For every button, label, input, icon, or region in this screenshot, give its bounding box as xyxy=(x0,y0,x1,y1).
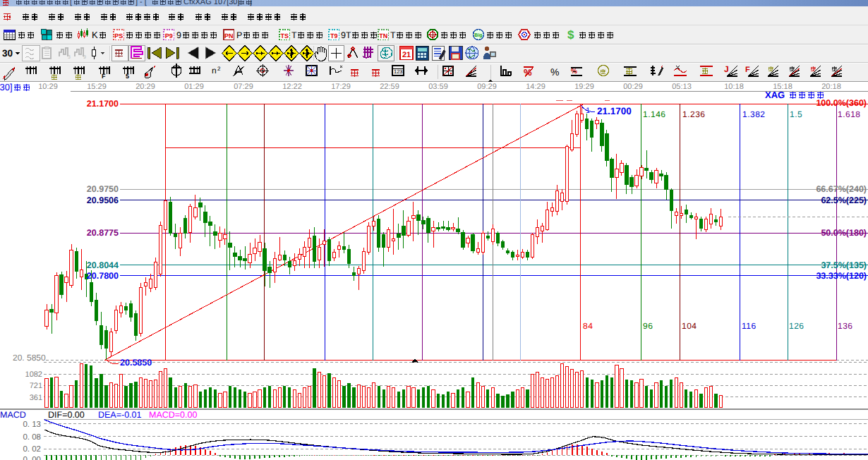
svg-text:0. 00: 0. 00 xyxy=(23,456,41,460)
svg-text:21.1700: 21.1700 xyxy=(597,106,632,116)
svg-text:96: 96 xyxy=(643,321,653,331)
svg-text:22:59: 22:59 xyxy=(380,83,399,91)
svg-text:03:59: 03:59 xyxy=(428,83,448,91)
svg-text:MACD: MACD xyxy=(0,410,26,420)
svg-text:0. 08: 0. 08 xyxy=(23,433,41,442)
svg-text:1.382: 1.382 xyxy=(742,109,766,119)
svg-text:20.7800: 20.7800 xyxy=(87,271,119,281)
svg-text:T9: T9 xyxy=(330,32,338,40)
svg-text:50.0%(180): 50.0%(180) xyxy=(821,228,867,238)
svg-text:K: K xyxy=(92,30,98,40)
svg-text:21.1700: 21.1700 xyxy=(87,99,119,109)
svg-text:30: 30 xyxy=(2,48,13,59)
svg-text:136: 136 xyxy=(838,321,853,331)
svg-text:01:29: 01:29 xyxy=(184,83,204,91)
svg-text:MACD=0.00: MACD=0.00 xyxy=(149,410,197,420)
svg-text:%: % xyxy=(550,66,559,78)
svg-text:20:29: 20:29 xyxy=(135,83,155,91)
svg-text:20.8775: 20.8775 xyxy=(87,228,119,238)
svg-text:PN: PN xyxy=(224,32,234,40)
svg-text:[30]: [30] xyxy=(0,82,13,92)
svg-text:2: 2 xyxy=(217,66,221,72)
svg-text:14:29: 14:29 xyxy=(526,83,545,91)
svg-text:J: J xyxy=(724,64,729,74)
svg-text:37.5%(135): 37.5%(135) xyxy=(821,260,867,270)
svg-text:1.618: 1.618 xyxy=(838,109,861,119)
svg-text:05:13: 05:13 xyxy=(672,83,692,91)
svg-text:10:18: 10:18 xyxy=(724,83,744,91)
svg-text:1082: 1082 xyxy=(25,370,42,379)
svg-text:10:29: 10:29 xyxy=(38,83,58,91)
svg-text:15:29: 15:29 xyxy=(87,83,107,91)
svg-text:0. 13: 0. 13 xyxy=(23,420,41,429)
svg-text:20.9750: 20.9750 xyxy=(87,184,119,194)
svg-text:21: 21 xyxy=(402,51,411,59)
svg-text:XAG: XAG xyxy=(765,90,785,100)
svg-text:1.236: 1.236 xyxy=(682,109,706,119)
svg-text:PS: PS xyxy=(114,32,123,40)
svg-text:%: % xyxy=(524,67,532,78)
svg-text:20:18: 20:18 xyxy=(821,83,841,91)
svg-text:20. 5850: 20. 5850 xyxy=(13,353,46,363)
svg-text:62.5%(225): 62.5%(225) xyxy=(821,195,867,205)
svg-text:DEA=-0.01: DEA=-0.01 xyxy=(98,410,142,420)
svg-text:Big: Big xyxy=(474,32,482,38)
svg-text:361: 361 xyxy=(30,394,42,402)
svg-text:66.67%(240): 66.67%(240) xyxy=(816,184,867,194)
svg-text:20.9506: 20.9506 xyxy=(87,195,119,205)
svg-text:$: $ xyxy=(567,28,574,42)
svg-text:T: T xyxy=(291,30,297,40)
svg-text:1.5: 1.5 xyxy=(790,109,802,119)
svg-text:123: 123 xyxy=(394,68,403,75)
svg-text:12:22: 12:22 xyxy=(282,83,302,91)
svg-text:[: [ xyxy=(70,0,72,6)
svg-text:5: 5 xyxy=(126,73,129,80)
svg-text:n: n xyxy=(212,66,217,75)
svg-text:721: 721 xyxy=(30,382,42,390)
svg-text:TN: TN xyxy=(379,32,387,40)
svg-text:1: 1 xyxy=(586,107,590,115)
svg-text:19:29: 19:29 xyxy=(574,83,594,91)
svg-text:100.0%(360): 100.0%(360) xyxy=(816,98,867,108)
svg-text:116: 116 xyxy=(742,321,757,331)
svg-text:9: 9 xyxy=(83,55,86,60)
svg-text:] - [: ] - [ xyxy=(135,0,147,6)
svg-text:07:29: 07:29 xyxy=(234,83,253,91)
svg-text:104: 104 xyxy=(682,321,697,331)
svg-text:P: P xyxy=(236,30,242,40)
svg-text:T: T xyxy=(390,30,396,40)
svg-text:3: 3 xyxy=(68,55,71,60)
svg-text:TS: TS xyxy=(280,32,289,40)
svg-text:84: 84 xyxy=(583,321,593,331)
svg-text:F: F xyxy=(102,73,106,80)
svg-text:33.33%(120): 33.33%(120) xyxy=(816,271,867,281)
svg-text:0. 02: 0. 02 xyxy=(23,445,41,454)
svg-text:20.8044: 20.8044 xyxy=(87,260,119,270)
svg-text:P9: P9 xyxy=(165,32,173,40)
svg-text:F: F xyxy=(745,66,750,74)
svg-text:126: 126 xyxy=(789,321,804,331)
svg-text:1.146: 1.146 xyxy=(643,109,666,119)
svg-text:09:29: 09:29 xyxy=(477,83,497,91)
svg-text:00:29: 00:29 xyxy=(623,83,643,91)
svg-text:9T: 9T xyxy=(341,30,351,40)
svg-text:CfxXAG 107[30]: CfxXAG 107[30] xyxy=(183,0,240,6)
svg-text:20.5850: 20.5850 xyxy=(120,358,152,368)
svg-text:9: 9 xyxy=(176,30,181,40)
svg-text:]: ] xyxy=(250,0,252,6)
svg-text:17:29: 17:29 xyxy=(331,83,351,91)
svg-text:DIF=0.00: DIF=0.00 xyxy=(48,410,85,420)
